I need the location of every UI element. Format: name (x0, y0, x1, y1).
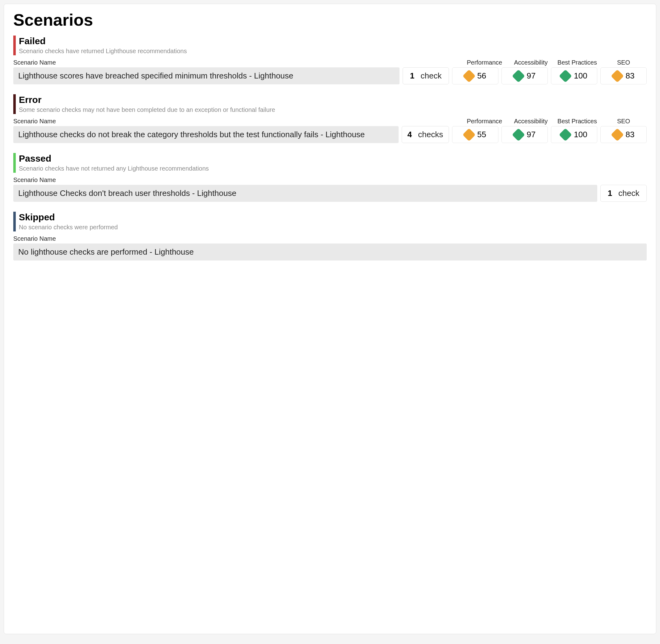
diamond-icon (559, 69, 572, 82)
check-count-label: check (421, 71, 442, 80)
column-header-seo: SEO (600, 118, 647, 125)
diamond-icon (611, 128, 623, 141)
section-heading: ErrorSome scenario checks may not have b… (19, 94, 275, 114)
metric-seo: 83 (600, 126, 647, 143)
check-count-label: check (618, 188, 639, 198)
column-headers: Scenario Name (13, 235, 647, 242)
scenario-row[interactable]: Lighthouse checks do not break the categ… (13, 126, 647, 143)
section-skipped: SkippedNo scenario checks were performed… (13, 212, 647, 260)
sections-container: FailedScenario checks have returned Ligh… (13, 36, 647, 260)
column-header-name: Scenario Name (13, 118, 461, 125)
diamond-icon (611, 69, 623, 82)
metric-best_practices: 100 (551, 126, 597, 143)
diamond-icon (462, 69, 475, 82)
column-headers: Scenario NamePerformanceAccessibilityBes… (13, 59, 647, 66)
section-title: Failed (19, 36, 187, 47)
scenario-row[interactable]: Lighthouse Checks don't breach user thre… (13, 185, 647, 202)
scenario-name: Lighthouse scores have breached specifie… (13, 67, 400, 84)
metric-best_practices: 100 (551, 67, 597, 84)
metric-accessibility: 97 (501, 126, 548, 143)
column-header-accessibility: Accessibility (508, 118, 554, 125)
check-count-number: 4 (407, 130, 412, 139)
section-subtitle: Scenario checks have returned Lighthouse… (19, 47, 187, 55)
page-title: Scenarios (13, 10, 647, 29)
metric-seo: 83 (600, 67, 647, 84)
scenario-name: Lighthouse Checks don't breach user thre… (13, 185, 597, 202)
section-heading: SkippedNo scenario checks were performed (19, 212, 118, 231)
check-count-number: 1 (608, 188, 612, 198)
section-title: Error (19, 94, 275, 106)
metric-performance: 56 (452, 67, 498, 84)
metric-value: 55 (477, 130, 486, 139)
column-header-accessibility: Accessibility (508, 59, 554, 66)
diamond-icon (512, 69, 525, 82)
scenario-name: Lighthouse checks do not break the categ… (13, 126, 399, 143)
scenarios-panel: Scenarios FailedScenario checks have ret… (4, 4, 656, 634)
section-header: SkippedNo scenario checks were performed (13, 212, 647, 231)
section-status-bar (13, 36, 16, 55)
section-status-bar (13, 153, 16, 173)
section-failed: FailedScenario checks have returned Ligh… (13, 36, 647, 84)
diamond-icon (559, 128, 572, 141)
metric-value: 97 (527, 130, 536, 139)
column-headers: Scenario Name (13, 177, 647, 184)
section-passed: PassedScenario checks have not returned … (13, 153, 647, 202)
metric-value: 83 (626, 130, 635, 139)
check-count-label: checks (418, 130, 443, 139)
metric-value: 56 (477, 71, 486, 80)
section-heading: FailedScenario checks have returned Ligh… (19, 36, 187, 55)
section-subtitle: Scenario checks have not returned any Li… (19, 164, 209, 173)
section-title: Skipped (19, 212, 118, 223)
section-status-bar (13, 94, 16, 114)
scenario-row[interactable]: No lighthouse checks are performed - Lig… (13, 244, 647, 260)
section-subtitle: No scenario checks were performed (19, 223, 118, 231)
section-heading: PassedScenario checks have not returned … (19, 153, 209, 173)
section-header: FailedScenario checks have returned Ligh… (13, 36, 647, 55)
column-header-name: Scenario Name (13, 59, 461, 66)
scenario-row[interactable]: Lighthouse scores have breached specifie… (13, 67, 647, 84)
column-header-name: Scenario Name (13, 235, 647, 242)
metric-value: 100 (574, 71, 587, 80)
section-header: ErrorSome scenario checks may not have b… (13, 94, 647, 114)
diamond-icon (462, 128, 475, 141)
section-title: Passed (19, 153, 209, 164)
column-header-name: Scenario Name (13, 177, 647, 184)
metric-value: 97 (527, 71, 536, 80)
check-count: 4checks (402, 126, 449, 143)
scenario-name: No lighthouse checks are performed - Lig… (13, 244, 647, 260)
metric-accessibility: 97 (501, 67, 548, 84)
section-status-bar (13, 212, 16, 231)
column-header-seo: SEO (600, 59, 647, 66)
metric-performance: 55 (452, 126, 498, 143)
column-headers: Scenario NamePerformanceAccessibilityBes… (13, 118, 647, 125)
column-header-best_practices: Best Practices (554, 118, 600, 125)
check-count: 1check (403, 67, 449, 84)
metric-value: 83 (626, 71, 635, 80)
section-header: PassedScenario checks have not returned … (13, 153, 647, 173)
column-header-best_practices: Best Practices (554, 59, 600, 66)
section-error: ErrorSome scenario checks may not have b… (13, 94, 647, 143)
metric-value: 100 (574, 130, 587, 139)
diamond-icon (512, 128, 525, 141)
column-header-performance: Performance (461, 118, 508, 125)
check-count-number: 1 (410, 71, 414, 80)
column-header-performance: Performance (461, 59, 508, 66)
section-subtitle: Some scenario checks may not have been c… (19, 106, 275, 114)
check-count: 1check (600, 185, 647, 202)
